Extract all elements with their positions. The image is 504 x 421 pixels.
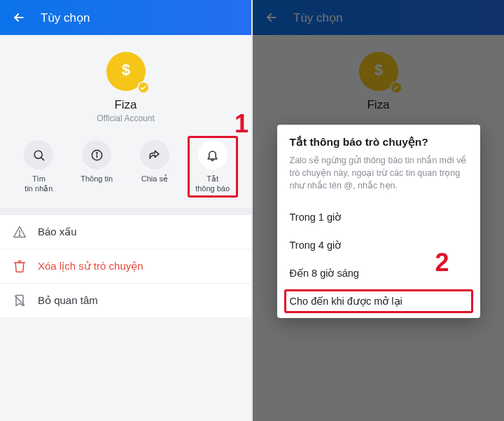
trash-icon — [13, 259, 27, 273]
option-4-hours[interactable]: Trong 4 giờ — [277, 231, 480, 259]
svg-line-2 — [41, 157, 44, 160]
share-action[interactable]: Chia sẻ — [126, 140, 184, 184]
share-label: Chia sẻ — [141, 174, 168, 184]
bookmark-off-icon — [13, 294, 27, 308]
header-title: Tùy chọn — [41, 11, 90, 25]
mute-label: Tắt thông báo — [195, 174, 230, 194]
search-icon — [24, 140, 53, 170]
clear-history-label: Xóa lịch sử trò chuyện — [38, 260, 144, 272]
annotation-number-1: 1 — [234, 109, 248, 139]
share-icon — [140, 140, 169, 170]
verified-badge-icon — [137, 81, 150, 94]
left-panel: Tùy chọn $ Fiza Official Account Tìm tin… — [0, 0, 251, 421]
actions-row: Tìm tin nhắn Thông tin Chia sẻ 1 Tắt thô… — [0, 136, 251, 208]
bell-icon — [198, 140, 227, 170]
warning-icon — [13, 225, 27, 239]
info-label: Thông tin — [80, 174, 113, 184]
profile-section: $ Fiza Official Account — [0, 35, 251, 136]
svg-point-7 — [19, 235, 20, 235]
option-until-reenabled[interactable]: Cho đến khi được mở lại — [277, 287, 480, 315]
avatar[interactable]: $ — [106, 52, 146, 91]
profile-subtitle: Official Account — [0, 113, 251, 123]
left-header: Tùy chọn — [0, 0, 251, 35]
info-icon — [82, 140, 111, 170]
clear-history-row[interactable]: Xóa lịch sử trò chuyện — [0, 249, 251, 284]
unfollow-label: Bỏ quan tâm — [38, 294, 98, 307]
info-action[interactable]: Thông tin — [68, 140, 126, 184]
mute-dialog: Tắt thông báo trò chuyện? Zalo sẽ ngừng … — [277, 125, 480, 318]
annotation-number-2: 2 — [435, 248, 449, 277]
unfollow-row[interactable]: Bỏ quan tâm — [0, 284, 251, 318]
dialog-options: Trong 1 giờ Trong 4 giờ Đến 8 giờ sáng C… — [277, 200, 480, 315]
right-panel: Tùy chọn $ Fiza Tắt thông báo trò chuyện… — [251, 0, 504, 421]
report-label: Báo xấu — [38, 226, 77, 238]
report-row[interactable]: Báo xấu — [0, 215, 251, 249]
back-icon[interactable] — [11, 10, 27, 25]
option-until-8am[interactable]: Đến 8 giờ sáng — [277, 259, 480, 287]
mute-notifications-action[interactable]: 1 Tắt thông báo — [183, 140, 241, 194]
svg-point-5 — [96, 152, 97, 153]
svg-text:$: $ — [121, 62, 130, 78]
options-list: Báo xấu Xóa lịch sử trò chuyện Bỏ quan t… — [0, 208, 251, 318]
dialog-description: Zalo sẽ ngừng gửi thông báo tin nhắn mới… — [290, 154, 468, 192]
search-label: Tìm tin nhắn — [24, 174, 52, 194]
dialog-title: Tắt thông báo trò chuyện? — [290, 136, 468, 149]
option-1-hour[interactable]: Trong 1 giờ — [277, 203, 480, 231]
profile-name: Fiza — [0, 98, 251, 112]
search-messages-action[interactable]: Tìm tin nhắn — [10, 140, 68, 194]
